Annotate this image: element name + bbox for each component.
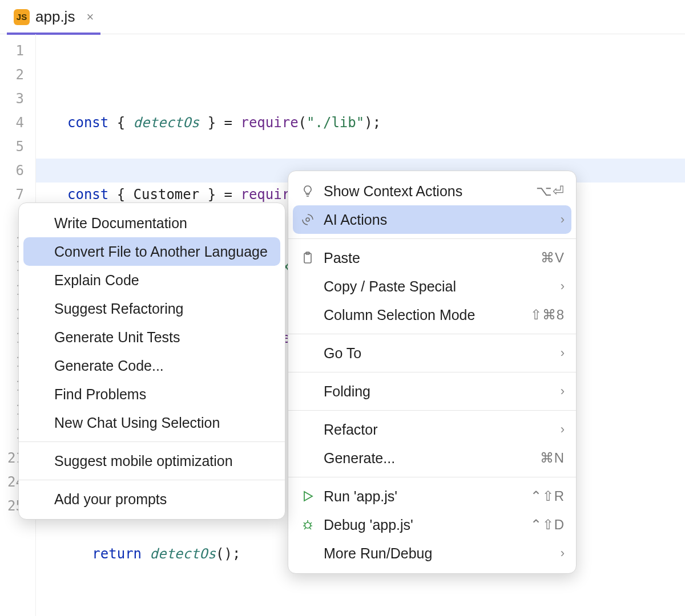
keyboard-shortcut: ⌃⇧D: [530, 517, 565, 533]
menu-separator: [288, 334, 576, 334]
keyboard-shortcut: ⇧⌘8: [530, 307, 565, 323]
sub_menu-item-convert-file-to-another-language[interactable]: Convert File to Another Language: [23, 237, 280, 266]
menu-separator: [19, 441, 285, 442]
clipboard-icon: [300, 251, 316, 265]
ai-actions-submenu: Write DocumentationConvert File to Anoth…: [18, 202, 285, 520]
menu-item-label: Debug 'app.js': [324, 517, 522, 533]
chevron-right-icon: ›: [561, 384, 565, 399]
menu-separator: [288, 372, 576, 372]
debug-icon: [300, 518, 316, 532]
menu-item-label: Folding: [324, 383, 553, 400]
menu-item-label: Explain Code: [54, 272, 273, 289]
menu-separator: [19, 480, 285, 480]
menu-item-label: Suggest mobile optimization: [54, 453, 273, 469]
main_menu-item-generate[interactable]: Generate...⌘N: [288, 444, 576, 472]
sub_menu-item-new-chat-using-selection[interactable]: New Chat Using Selection: [19, 408, 285, 437]
sub_menu-item-find-problems[interactable]: Find Problems: [19, 380, 285, 408]
menu-item-label: Generate Unit Tests: [54, 329, 273, 346]
keyboard-shortcut: ⌥⏎: [536, 183, 565, 199]
menu-item-label: AI Actions: [324, 212, 553, 228]
menu-item-label: Add your prompts: [54, 491, 273, 508]
sub_menu-item-generate-code[interactable]: Generate Code...: [19, 351, 285, 380]
tab-filename: app.js: [35, 8, 75, 26]
sub_menu-item-write-documentation[interactable]: Write Documentation: [19, 209, 285, 237]
main_menu-item-ai-actions[interactable]: AI Actions›: [293, 205, 571, 234]
menu-item-label: Generate...: [324, 450, 532, 467]
main_menu-item-debug-app-js[interactable]: Debug 'app.js'⌃⇧D: [288, 510, 576, 539]
keyboard-shortcut: ⌘V: [541, 250, 565, 266]
sub_menu-item-suggest-mobile-optimization[interactable]: Suggest mobile optimization: [19, 447, 285, 475]
bulb-icon: [300, 184, 316, 198]
menu-item-label: Convert File to Another Language: [54, 244, 273, 260]
main_menu-item-paste[interactable]: Paste⌘V: [288, 244, 576, 272]
main_menu-item-show-context-actions[interactable]: Show Context Actions⌥⏎: [288, 177, 576, 205]
menu-item-label: Copy / Paste Special: [324, 278, 553, 295]
tab-bar: JS app.js ×: [0, 0, 685, 34]
context-menu: Show Context Actions⌥⏎AI Actions›Paste⌘V…: [288, 171, 577, 574]
svg-point-0: [306, 218, 309, 221]
menu-item-label: New Chat Using Selection: [54, 415, 273, 431]
file-tab[interactable]: JS app.js ×: [7, 0, 100, 34]
chevron-right-icon: ›: [561, 212, 565, 227]
chevron-right-icon: ›: [561, 422, 565, 437]
menu-item-label: More Run/Debug: [324, 545, 553, 562]
main_menu-item-column-selection-mode[interactable]: Column Selection Mode⇧⌘8: [288, 301, 576, 329]
menu-separator: [288, 238, 576, 239]
ai-icon: [300, 213, 316, 226]
sub_menu-item-explain-code[interactable]: Explain Code: [19, 266, 285, 294]
main_menu-item-refactor[interactable]: Refactor›: [288, 415, 576, 444]
main_menu-item-go-to[interactable]: Go To›: [288, 339, 576, 367]
main_menu-item-copy-paste-special[interactable]: Copy / Paste Special›: [288, 272, 576, 301]
menu-item-label: Column Selection Mode: [324, 307, 522, 323]
menu-item-label: Suggest Refactoring: [54, 301, 273, 317]
main_menu-item-folding[interactable]: Folding›: [288, 377, 576, 406]
menu-item-label: Generate Code...: [54, 358, 273, 374]
menu-separator: [288, 410, 576, 411]
close-icon[interactable]: ×: [86, 10, 94, 25]
js-file-icon: JS: [14, 9, 30, 25]
sub_menu-item-add-your-prompts[interactable]: Add your prompts: [19, 485, 285, 513]
chevron-right-icon: ›: [561, 346, 565, 360]
menu-item-label: Show Context Actions: [324, 183, 528, 200]
menu-separator: [288, 477, 576, 477]
menu-item-label: Write Documentation: [54, 215, 273, 232]
menu-item-label: Run 'app.js': [324, 488, 522, 505]
sub_menu-item-suggest-refactoring[interactable]: Suggest Refactoring: [19, 294, 285, 323]
main_menu-item-more-run-debug[interactable]: More Run/Debug›: [288, 539, 576, 568]
keyboard-shortcut: ⌃⇧R: [530, 488, 565, 504]
keyboard-shortcut: ⌘N: [540, 450, 565, 466]
main_menu-item-run-app-js[interactable]: Run 'app.js'⌃⇧R: [288, 482, 576, 510]
menu-item-label: Refactor: [324, 422, 553, 438]
menu-item-label: Paste: [324, 250, 533, 266]
run-icon: [300, 489, 316, 503]
menu-item-label: Go To: [324, 345, 553, 362]
menu-item-label: Find Problems: [54, 386, 273, 403]
chevron-right-icon: ›: [561, 279, 565, 294]
sub_menu-item-generate-unit-tests[interactable]: Generate Unit Tests: [19, 323, 285, 351]
chevron-right-icon: ›: [561, 546, 565, 561]
